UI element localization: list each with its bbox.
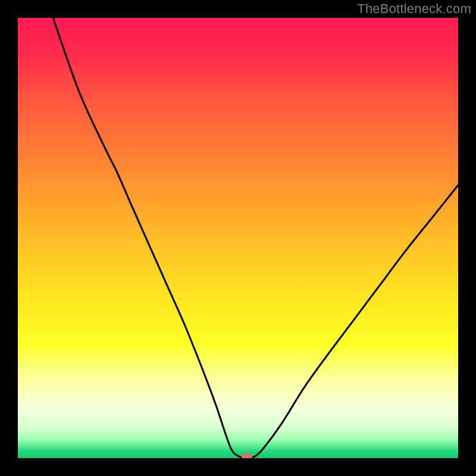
watermark-text: TheBottleneck.com — [357, 1, 471, 17]
optimal-marker — [242, 453, 252, 458]
plot-svg — [18, 18, 458, 458]
plot-area — [18, 18, 458, 458]
chart-frame: TheBottleneck.com — [0, 0, 476, 476]
gradient-background — [18, 18, 458, 458]
